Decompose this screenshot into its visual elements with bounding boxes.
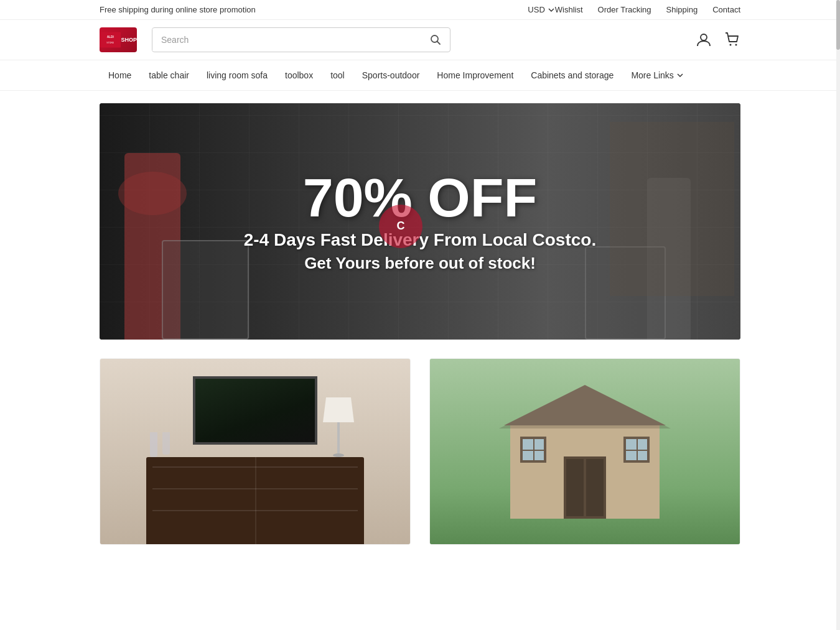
- product-section: [100, 358, 740, 545]
- nav-toolbox[interactable]: toolbox: [276, 60, 322, 90]
- hero-banner: 70% OFF 2-4 Days Fast Delivery From Loca…: [100, 103, 740, 340]
- shed-container: [504, 385, 666, 519]
- lamp-shade: [323, 397, 354, 422]
- hero-stock-text: Get Yours before out of stock!: [304, 254, 536, 273]
- nav-sports-outdoor[interactable]: Sports-outdoor: [353, 60, 429, 90]
- order-tracking-link[interactable]: Order Tracking: [598, 5, 651, 14]
- glass-2: [162, 432, 170, 455]
- chevron-down-icon: [548, 6, 555, 14]
- cart-icon: [724, 32, 740, 48]
- cart-button[interactable]: [724, 32, 740, 48]
- currency-label: USD: [528, 5, 544, 14]
- top-bar: Free shipping during online store promot…: [0, 0, 840, 20]
- scrollbar[interactable]: [836, 0, 840, 545]
- nav-cabinets-storage[interactable]: Cabinets and storage: [522, 60, 622, 90]
- site-logo[interactable]: ALDI STORE: [100, 27, 137, 52]
- account-button[interactable]: [696, 32, 712, 48]
- user-icon: [696, 32, 712, 48]
- lamp-pole: [337, 422, 340, 453]
- shed-body: [510, 425, 660, 519]
- glasses: [150, 432, 170, 457]
- wall-tv: [193, 376, 317, 445]
- door-panel-right: [586, 459, 604, 516]
- search-input[interactable]: [152, 29, 421, 51]
- window-cross-v: [533, 439, 534, 460]
- vertical-divider: [255, 457, 256, 544]
- nav-tool[interactable]: tool: [322, 60, 353, 90]
- shed-visual: [430, 359, 740, 544]
- svg-point-7: [735, 44, 737, 46]
- promo-text: Free shipping during online store promot…: [100, 5, 528, 14]
- hero-background: 70% OFF 2-4 Days Fast Delivery From Loca…: [100, 103, 740, 340]
- lamp: [323, 397, 354, 457]
- svg-point-5: [701, 34, 707, 40]
- nav-living-room-sofa[interactable]: living room sofa: [198, 60, 276, 90]
- contact-link[interactable]: Contact: [712, 5, 740, 14]
- logo-icon: ALDI STORE: [100, 29, 121, 51]
- nav-home[interactable]: Home: [100, 60, 140, 90]
- svg-text:STORE: STORE: [106, 42, 114, 44]
- top-links: Wishlist Order Tracking Shipping Contact: [555, 5, 740, 14]
- nav-table-chair[interactable]: table chair: [140, 60, 198, 90]
- currency-selector[interactable]: USD: [528, 5, 554, 14]
- header-icons: [696, 32, 740, 48]
- product-card-furniture[interactable]: [100, 358, 411, 545]
- search-bar: [152, 27, 450, 52]
- shed-window-right: [623, 437, 650, 463]
- wishlist-link[interactable]: Wishlist: [555, 5, 583, 14]
- svg-rect-0: [100, 32, 121, 48]
- glass-1: [150, 432, 157, 457]
- shed-window-left: [520, 437, 546, 463]
- more-links-label: More Links: [631, 70, 673, 80]
- shed-roof: [504, 385, 666, 425]
- chevron-down-icon: [676, 72, 684, 79]
- svg-line-4: [437, 42, 441, 45]
- window-cross-v2: [637, 439, 638, 460]
- svg-point-6: [730, 44, 732, 46]
- promo-message: Free shipping during online store promot…: [100, 5, 256, 14]
- scrollbar-thumb[interactable]: [836, 0, 840, 50]
- product-card-shed[interactable]: [429, 358, 740, 545]
- nav-more-links[interactable]: More Links: [622, 60, 692, 90]
- search-button[interactable]: [421, 28, 450, 52]
- shipping-link[interactable]: Shipping: [666, 5, 698, 14]
- costco-logo-hint: C: [379, 205, 422, 248]
- nav-home-improvement[interactable]: Home Improvement: [428, 60, 522, 90]
- lamp-base: [333, 453, 344, 457]
- tv-screen: [195, 379, 315, 442]
- header: ALDI STORE: [0, 20, 840, 60]
- svg-text:ALDI: ALDI: [107, 35, 114, 39]
- door-panel-left: [566, 459, 584, 516]
- main-nav: Home table chair living room sofa toolbo…: [0, 60, 840, 91]
- furniture-visual: [100, 359, 410, 544]
- sideboard: [146, 457, 364, 544]
- shed-door: [564, 456, 606, 519]
- search-icon: [430, 34, 441, 45]
